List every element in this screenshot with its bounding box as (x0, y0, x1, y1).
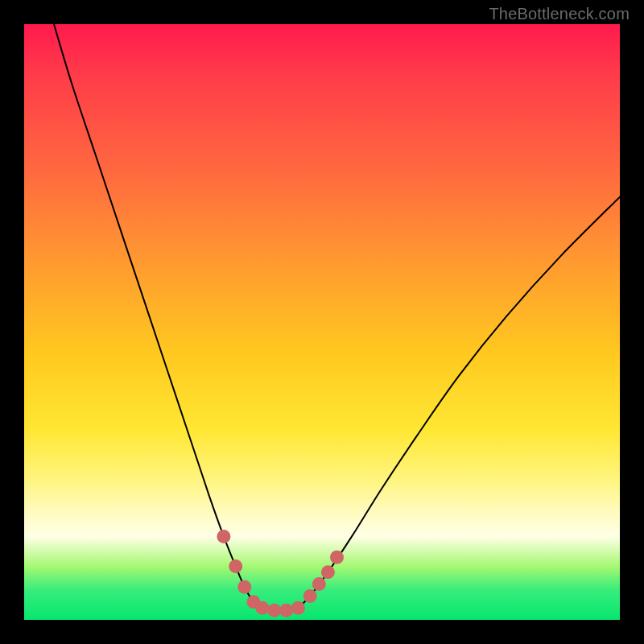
curve-right-branch (298, 197, 620, 609)
highlight-markers (217, 530, 344, 617)
highlight-marker (330, 551, 344, 564)
highlight-marker (229, 559, 242, 573)
curve-svg (24, 24, 620, 620)
highlight-marker (312, 577, 326, 591)
curve-left-branch (54, 24, 262, 608)
highlight-marker (256, 601, 270, 615)
highlight-marker (237, 580, 251, 594)
highlight-marker (321, 565, 335, 579)
highlight-marker (279, 604, 293, 617)
plot-area (24, 24, 620, 620)
highlight-marker (217, 530, 230, 543)
chart-frame: TheBottleneck.com (0, 0, 644, 644)
highlight-marker (267, 604, 281, 617)
highlight-marker (303, 589, 317, 603)
watermark-text: TheBottleneck.com (489, 5, 630, 23)
highlight-marker (291, 601, 305, 615)
